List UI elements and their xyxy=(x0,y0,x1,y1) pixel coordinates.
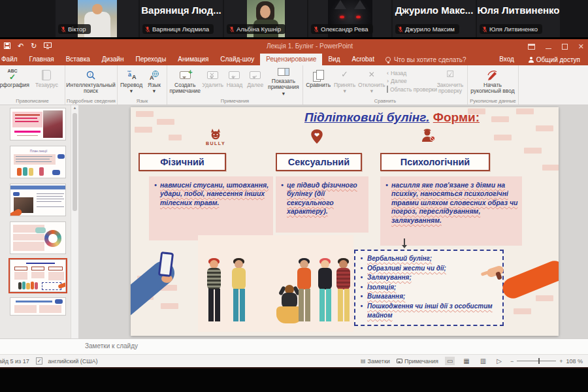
svg-text:А: А xyxy=(132,74,137,80)
thesaurus-button[interactable]: Тезаурус xyxy=(31,67,63,97)
reading-view-button[interactable]: ▥ xyxy=(478,357,488,365)
slideshow-view-button[interactable]: ▷ xyxy=(495,357,504,365)
next-comment-button[interactable]: → Далее xyxy=(246,67,265,97)
status-bar: Слайд 5 из 17 ✓ английский (США) ▤Заметк… xyxy=(0,354,588,367)
language-status[interactable]: английский (США) xyxy=(48,358,97,365)
comments-toggle-button[interactable]: Примечания xyxy=(397,358,438,365)
tab-home[interactable]: Главная xyxy=(24,54,60,65)
column-header-sexual[interactable]: Сексуальний xyxy=(276,153,362,171)
globe-a-icon: A xyxy=(149,70,159,80)
smart-lookup-button[interactable]: i Интеллектуальный поиск xyxy=(67,67,114,97)
compare-button[interactable]: Сравнить xyxy=(305,67,331,97)
slide-thumbnail-5-current[interactable]: 5 xyxy=(10,259,66,292)
notes-toggle-button[interactable]: ▤Заметки xyxy=(361,358,390,365)
minimize-icon[interactable] xyxy=(546,48,551,49)
column-header-psychological[interactable]: Психологічний xyxy=(380,153,490,171)
accept-button[interactable]: ✓ Принять ▾ xyxy=(333,67,356,97)
ribbon: ABC✓ Орфография Тезаурус Правописание i … xyxy=(0,65,588,105)
new-comment-button[interactable]: + Создать примечание xyxy=(169,67,201,97)
screen: Віктор Варяниця Люд... Варяниця Людмила … xyxy=(0,0,588,392)
redo-icon[interactable]: ↻ xyxy=(31,41,37,50)
spellcheck-status-icon[interactable]: ✓ xyxy=(36,357,43,365)
slide-thumbnail-1[interactable]: 1 xyxy=(10,108,66,140)
textbox-sexual[interactable]: це підвид фізичного булінгу (дії сексуал… xyxy=(276,176,368,233)
group-language: аА Перевод ▾ A Язык ▾ Язык xyxy=(118,65,167,105)
ribbon-display-options-icon[interactable] xyxy=(528,44,535,50)
tab-acrobat[interactable]: Acrobat xyxy=(346,54,380,65)
tell-me-assist[interactable]: Что вы хотите сделать? xyxy=(380,54,472,65)
zoom-out-button[interactable]: − xyxy=(510,358,514,365)
notes-panel[interactable]: Заметки к слайду xyxy=(0,338,588,354)
list-item: Вербальний булінг; xyxy=(356,254,500,264)
participant-tile-yulia[interactable]: Юля Литвиненко Юля Литвиненко xyxy=(477,0,560,37)
textbox-psychological-text: насилля яке пов'язане з діями на психіку… xyxy=(391,181,519,243)
spelling-button[interactable]: ABC✓ Орфография xyxy=(0,67,29,97)
delete-comment-button[interactable]: ✕ Удалить xyxy=(203,67,223,97)
slide-title[interactable]: Підлітковий булінг. Форми: xyxy=(229,110,555,125)
textbox-psychological[interactable]: насилля яке пов'язане з діями на психіку… xyxy=(380,176,522,246)
close-icon[interactable]: ✕ xyxy=(578,44,584,50)
slide-thumbnail-4[interactable]: 4 xyxy=(10,221,66,254)
compare-previous-button[interactable]: ‹Назад xyxy=(387,70,434,76)
start-inking-button[interactable]: Начать рукописный ввод xyxy=(470,67,515,97)
sign-in-button[interactable]: Вход xyxy=(493,54,521,65)
tab-review[interactable]: Рецензирование xyxy=(260,54,322,65)
participant-tile-dzhurylo[interactable]: Джурило Макс... Джурило Максим xyxy=(393,0,476,37)
thumbnail-scrollbar[interactable]: ▲ xyxy=(71,105,78,338)
illustration-bullying-scene[interactable] xyxy=(198,235,353,332)
group-label: Рукописные данные xyxy=(468,98,518,104)
scrollbar-thumb[interactable] xyxy=(73,113,77,211)
person-figure xyxy=(296,260,313,327)
slide-counter[interactable]: Слайд 5 из 17 xyxy=(0,358,29,365)
slide-thumbnail-2[interactable]: 2 План лекції xyxy=(10,146,66,178)
mic-muted-icon xyxy=(314,26,319,33)
slide-thumbnail-3[interactable]: 3 xyxy=(10,184,66,216)
slide-sorter-view-button[interactable]: ▦ xyxy=(461,357,471,365)
participant-tile-albina[interactable]: Альбіна Кушнір xyxy=(224,0,307,37)
slide-thumbnail-6[interactable]: 6 xyxy=(10,297,66,316)
heart-pin-icon[interactable]: ❤ xyxy=(302,129,332,147)
tab-animations[interactable]: Анимация xyxy=(172,54,214,65)
search-icon: i xyxy=(86,70,96,80)
end-review-button[interactable]: ☑ Закончить проверку xyxy=(435,67,465,97)
participant-tile-viktor[interactable]: Віктор xyxy=(56,0,139,37)
restore-icon[interactable] xyxy=(562,44,568,50)
scroll-up-icon[interactable]: ▲ xyxy=(71,106,78,110)
undo-icon[interactable]: ↶ xyxy=(18,41,24,50)
column-header-physical[interactable]: Фізичний xyxy=(139,153,226,171)
participant-name-pill: Юля Литвиненко xyxy=(480,24,542,34)
slide-canvas[interactable]: Підлітковий булінг. Форми: BULLY ❤ Фізич… xyxy=(131,107,559,336)
normal-view-button[interactable]: ▭ xyxy=(445,357,455,365)
tab-transitions[interactable]: Переходы xyxy=(129,54,172,65)
translate-icon: аА xyxy=(125,70,137,80)
participant-tile-oleksandr[interactable]: Олександр Рева xyxy=(308,0,391,37)
window-controls: ✕ xyxy=(528,41,584,52)
reject-button[interactable]: ✕ Отклонить ▾ xyxy=(358,67,385,97)
participant-tile-varianytsia[interactable]: Варяниця Люд... Варяниця Людмила xyxy=(140,0,223,37)
bullying-types-list-box[interactable]: Вербальний булінг; Образливі жести чи ді… xyxy=(354,250,504,326)
zoom-slider-thumb[interactable] xyxy=(538,358,540,364)
tab-design[interactable]: Дизайн xyxy=(96,54,130,65)
zoom-in-button[interactable]: + xyxy=(559,358,563,365)
language-button[interactable]: A Язык ▾ xyxy=(144,67,164,97)
slideshow-icon[interactable] xyxy=(44,42,52,49)
tab-insert[interactable]: Вставка xyxy=(60,54,96,65)
compare-next-button[interactable]: ›Далее xyxy=(387,78,434,84)
share-button[interactable]: Общий доступ xyxy=(521,54,588,65)
zoom-slider[interactable] xyxy=(517,361,556,361)
tab-file[interactable]: Файл xyxy=(0,54,24,65)
group-comments: + Создать примечание ✕ Удалить ← Назад →… xyxy=(167,65,303,105)
bully-devil-icon[interactable]: BULLY xyxy=(200,129,231,146)
save-icon[interactable] xyxy=(4,42,10,49)
textbox-physical[interactable]: навмисні стусани, штовхання, удари, побо… xyxy=(149,176,273,240)
list-item: Вимагання; xyxy=(356,292,500,302)
tab-view[interactable]: Вид xyxy=(322,54,346,65)
previous-comment-button[interactable]: ← Назад xyxy=(225,67,244,97)
tab-slideshow[interactable]: Слайд-шоу xyxy=(214,54,260,65)
person-alert-icon[interactable] xyxy=(413,129,443,146)
translate-button[interactable]: аА Перевод ▾ xyxy=(120,67,143,97)
share-label: Общий доступ xyxy=(536,56,580,63)
show-comments-button[interactable]: Показать примечания ▾ xyxy=(267,67,301,97)
reviewing-pane-button[interactable]: Область проверки xyxy=(387,86,434,93)
zoom-level[interactable]: 108 % xyxy=(566,358,583,365)
